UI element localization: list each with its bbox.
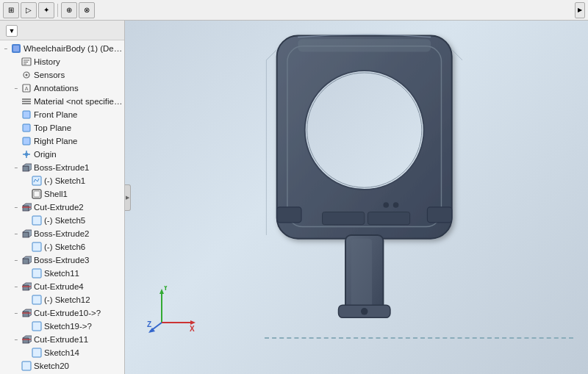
toolbar-separator-1 [57, 4, 58, 17]
tree-item-sensors[interactable]: Sensors [0, 68, 124, 82]
expand[interactable] [12, 137, 21, 145]
tree-item-root[interactable]: − WheelchairBody (1) (Defau [0, 42, 124, 55]
expand[interactable] [22, 295, 31, 304]
svg-rect-30 [32, 242, 41, 251]
svg-rect-28 [23, 232, 29, 237]
history-label: History [34, 57, 60, 66]
origin-label: Origin [34, 150, 57, 159]
expand-boss2[interactable]: − [12, 229, 21, 238]
expand-annotations[interactable]: − [12, 84, 21, 93]
svg-point-62 [383, 202, 389, 208]
sketch1-label: (-) Sketch1 [44, 176, 85, 185]
svg-rect-65 [427, 206, 451, 222]
history-icon [21, 56, 32, 68]
tree-item-rightplane[interactable]: Right Plane [0, 134, 124, 148]
tree-item-cutextrude2[interactable]: − Cut-Extrude2 [0, 201, 124, 214]
topplane-label: Top Plane [34, 123, 71, 132]
frontplane-label: Front Plane [34, 110, 77, 119]
sketch-icon-5 [31, 215, 43, 226]
expand-cut2[interactable]: − [12, 203, 21, 212]
tree-item-cutextrude10[interactable]: − Cut-Extrude10->? [0, 306, 124, 320]
tree-item-bossextrude2[interactable]: − Boss-Extrude2 [0, 227, 124, 240]
tree-item-annotations[interactable]: − A Annotations [0, 82, 124, 95]
svg-text:X: X [190, 325, 195, 333]
sketch14-label: Sketch14 [44, 348, 79, 357]
expand[interactable] [12, 57, 21, 66]
tree-item-cutextrude4[interactable]: − Cut-Extrude4 [0, 280, 124, 293]
plane-icon-right [21, 135, 32, 147]
sketch-icon-14 [31, 347, 43, 359]
toolbar-expand-arrow[interactable]: ▶ [575, 2, 585, 18]
svg-text:A: A [25, 86, 29, 91]
svg-rect-45 [32, 348, 41, 357]
tree-item-sketch1[interactable]: (-) Sketch1 [0, 174, 124, 187]
toolbar-btn-3[interactable]: ✦ [38, 2, 54, 18]
bossextrude3-label: Boss-Extrude3 [34, 256, 89, 265]
svg-rect-33 [32, 269, 41, 278]
sensors-icon [21, 69, 32, 81]
expand-cut11[interactable]: − [12, 335, 21, 344]
expand[interactable] [22, 242, 31, 251]
tree-item-sketch19[interactable]: Sketch19->? [0, 320, 124, 333]
expand[interactable] [12, 110, 21, 119]
annotations-label: Annotations [34, 84, 79, 93]
expand[interactable] [12, 150, 21, 159]
sensors-label: Sensors [34, 71, 65, 79]
tree-item-bossextrude1[interactable]: − Boss-Extrude1 [0, 161, 124, 174]
tree-item-frontplane[interactable]: Front Plane [0, 108, 124, 121]
svg-rect-59 [298, 39, 431, 51]
root-label: WheelchairBody (1) (Defau [24, 44, 123, 53]
expand-cut10[interactable]: − [12, 309, 21, 317]
tree-item-topplane[interactable]: Top Plane [0, 121, 124, 134]
cut-icon-4 [21, 281, 32, 292]
expand-cut4[interactable]: − [12, 282, 21, 291]
svg-rect-46 [22, 362, 31, 370]
filter-icon[interactable]: ▼ [6, 25, 18, 37]
toolbar-btn-4[interactable]: ⊕ [61, 2, 77, 18]
tree-item-bossextrude3[interactable]: − Boss-Extrude3 [0, 253, 124, 267]
tree-item-sketch14[interactable]: Sketch14 [0, 346, 124, 359]
tree-item-history[interactable]: History [0, 55, 124, 68]
expand-boss3[interactable]: − [12, 256, 21, 265]
tree-item-origin[interactable]: Origin [0, 148, 124, 161]
tree-item-sketch20[interactable]: Sketch20 [0, 359, 124, 373]
tree-item-sketch6[interactable]: (-) Sketch6 [0, 240, 124, 253]
expand[interactable] [22, 176, 31, 185]
expand[interactable] [12, 97, 21, 106]
tree-item-sketch11[interactable]: Sketch11 [0, 267, 124, 280]
expand[interactable] [22, 216, 31, 225]
cutextrude2-label: Cut-Extrude2 [34, 203, 84, 212]
expand-root[interactable]: − [1, 44, 10, 53]
collapse-panel-tab[interactable]: ▶ [125, 184, 131, 211]
cutextrude10-label: Cut-Extrude10->? [34, 309, 101, 317]
svg-rect-61 [368, 212, 409, 224]
sketch19-label: Sketch19->? [44, 322, 92, 331]
expand[interactable] [22, 190, 31, 198]
toolbar-btn-2[interactable]: ▷ [21, 2, 37, 18]
svg-line-71 [452, 49, 462, 60]
expand[interactable] [22, 322, 31, 331]
expand[interactable] [12, 71, 21, 79]
feature-tree: − WheelchairBody (1) (Defau History [0, 40, 124, 374]
expand-boss1[interactable]: − [12, 163, 21, 172]
toolbar-btn-5[interactable]: ⊗ [79, 2, 95, 18]
cut-icon-10 [21, 307, 32, 319]
sketch-icon-11 [31, 267, 43, 279]
expand[interactable] [22, 348, 31, 357]
tree-item-sketch5[interactable]: (-) Sketch5 [0, 214, 124, 227]
expand[interactable] [12, 362, 21, 370]
part-icon [10, 43, 22, 54]
tree-item-material[interactable]: Material <not specified> [0, 95, 124, 108]
tree-item-cutextrude11[interactable]: − Cut-Extrude11 [0, 333, 124, 346]
svg-rect-13 [23, 111, 30, 118]
shell1-label: Shell1 [44, 190, 68, 198]
annotations-icon: A [21, 82, 32, 94]
tree-item-sketch12[interactable]: (-) Sketch12 [0, 293, 124, 306]
tree-item-shell1[interactable]: Shell1 [0, 187, 124, 201]
svg-rect-67 [351, 238, 373, 308]
3d-viewport[interactable]: Y X Z [125, 21, 588, 374]
toolbar-btn-1[interactable]: ⊞ [3, 2, 19, 18]
expand[interactable] [12, 123, 21, 132]
svg-rect-31 [23, 259, 29, 264]
expand[interactable] [22, 269, 31, 278]
